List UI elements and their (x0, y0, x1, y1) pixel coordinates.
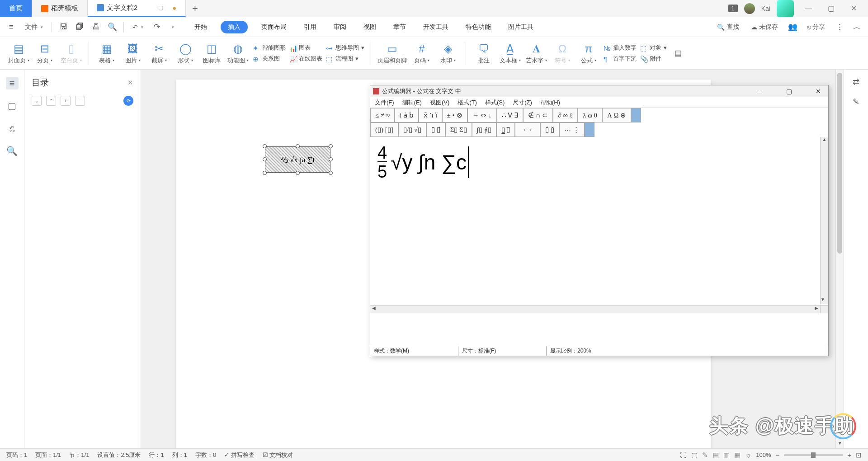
layout3-icon[interactable]: ▦ (734, 451, 741, 459)
resize-handle[interactable] (329, 144, 333, 148)
notification-badge[interactable]: 1 (728, 5, 738, 12)
people-icon[interactable]: 👥 (788, 22, 797, 32)
chart-button[interactable]: 📊图表 (289, 44, 322, 52)
tools-icon[interactable]: ⇄ (853, 77, 859, 87)
layout2-icon[interactable]: ▥ (723, 451, 730, 459)
more-icon[interactable]: ⋮ (835, 22, 844, 32)
share-button[interactable]: ⎋分享 (805, 22, 827, 33)
tab-document[interactable]: 文字文稿2▢● (88, 0, 186, 17)
search-tab-icon[interactable]: 🔍 (6, 145, 19, 157)
zoom-out-icon[interactable]: − (775, 451, 779, 459)
eq-greek-low[interactable]: λ ω θ (578, 108, 602, 122)
eq-maximize-button[interactable]: ▢ (782, 88, 797, 95)
collapse-ribbon-icon[interactable]: ︿ (852, 22, 862, 32)
eq-vscroll[interactable]: ▲▼ (820, 137, 828, 304)
eq-greek-up[interactable]: Λ Ω ⊕ (602, 108, 631, 122)
fullscreen-icon[interactable]: ⛶ (680, 451, 687, 459)
object-button[interactable]: ⬚对象 ▾ (640, 44, 667, 52)
formula-object[interactable]: ⅔ √x ∫a ∑t (265, 146, 330, 173)
undo-button[interactable]: ↶ (130, 22, 146, 32)
formula-button[interactable]: π公式 (577, 42, 600, 65)
eq-integral[interactable]: ∫▯ ∮▯ (472, 122, 496, 137)
bookmark-tab-icon[interactable]: ⎌ (6, 122, 19, 135)
hamburger-icon[interactable]: ≡ (6, 22, 16, 32)
scroll-down-icon[interactable]: ▼ (836, 428, 844, 436)
notes-tab-icon[interactable]: ▢ (6, 99, 19, 112)
tab-insert[interactable]: 插入 (221, 21, 248, 33)
eq-hats[interactable]: x̄ ˙ı ı̈ (419, 108, 442, 122)
table-button[interactable]: ▦表格 (95, 42, 118, 65)
eq-arrows2[interactable]: → ← (515, 122, 540, 137)
toc-tab-icon[interactable]: ≡ (6, 77, 19, 89)
eq-operators[interactable]: ± • ⊗ (442, 108, 467, 122)
brightness-icon[interactable]: ☼ (745, 451, 751, 459)
resize-handle[interactable] (296, 144, 300, 148)
zoom-slider[interactable] (784, 454, 843, 456)
layout1-icon[interactable]: ▤ (712, 451, 719, 459)
flowchart-button[interactable]: ⬚流程图 ▾ (326, 55, 364, 63)
resize-handle[interactable] (263, 144, 267, 148)
tab-review[interactable]: 审阅 (330, 21, 350, 33)
dropcap-button[interactable]: ¶首字下沉 (604, 55, 637, 63)
eq-set[interactable]: ∉ ∩ ⊂ (523, 108, 553, 122)
eq-relations[interactable]: ≤ ≠ ≈ (370, 108, 395, 122)
textbox-button[interactable]: A̲文本框 (499, 42, 521, 65)
status-spell[interactable]: ✓ 拼写检查 (224, 451, 255, 459)
tab-pictools[interactable]: 图片工具 (505, 21, 537, 33)
eq-logic[interactable]: ∴ ∀ ∃ (497, 108, 524, 122)
tab-layout[interactable]: 页面布局 (258, 21, 290, 33)
fit-icon[interactable]: ⊡ (856, 451, 862, 459)
status-proofread[interactable]: ☑ 文档校对 (263, 451, 293, 459)
redo-button[interactable]: ↷ (152, 22, 162, 32)
screenshot-button[interactable]: ✂截屏 (148, 42, 170, 65)
vertical-scrollbar[interactable]: ▲ ▼ ▾ (835, 70, 844, 448)
print-preview-icon[interactable]: 🔍 (107, 22, 117, 32)
eq-underover[interactable]: ▯̲ ▯̅ (496, 122, 515, 137)
tab-daoke[interactable]: 稻壳模板 (32, 0, 88, 17)
toc-expand-icon[interactable]: ⌃ (46, 96, 56, 106)
eq-menu-style[interactable]: 样式(S) (485, 99, 505, 106)
search-button[interactable]: 🔍查找 (715, 22, 741, 33)
toc-remove-icon[interactable]: − (75, 96, 85, 106)
status-setting[interactable]: 设置值：2.5厘米 (97, 451, 141, 459)
eq-titlebar[interactable]: 公式编辑器 - 公式在 文字文 中 — ▢ ✕ (370, 85, 828, 97)
next-page-icon[interactable]: ▾ (836, 440, 844, 446)
comment-button[interactable]: 🗨批注 (472, 42, 495, 65)
pagebreak-button[interactable]: ⊟分页 (33, 42, 56, 65)
tab-special[interactable]: 特色功能 (462, 21, 495, 33)
tab-start[interactable]: 开始 (191, 21, 211, 33)
onlinechart-button[interactable]: 📈在线图表 (289, 55, 322, 63)
tab-reference[interactable]: 引用 (300, 21, 320, 33)
eq-canvas[interactable]: 45 √y ∫n ∑c ▲▼ ◀▶ (370, 137, 828, 313)
tab-section[interactable]: 章节 (390, 21, 410, 33)
resize-handle[interactable] (296, 171, 300, 175)
tab-home[interactable]: 首页 (0, 0, 32, 17)
status-page[interactable]: 页码：1 (6, 451, 27, 459)
status-section[interactable]: 节：1/1 (69, 451, 89, 459)
status-pages[interactable]: 页面：1/1 (35, 451, 61, 459)
maximize-button[interactable]: ▢ (823, 0, 839, 17)
wordart-button[interactable]: 𝐀艺术字 (525, 42, 547, 65)
relation-button[interactable]: ⊕关系图 (253, 55, 286, 63)
status-chars[interactable]: 字数：0 (195, 451, 216, 459)
headerfooter-button[interactable]: ▭页眉和页脚 (377, 42, 407, 65)
page-view-icon[interactable]: ▢ (691, 451, 698, 459)
mindmap-button[interactable]: ⊶思维导图 ▾ (326, 44, 364, 52)
eq-fences[interactable]: (▯) [▯] (370, 122, 398, 137)
eq-frac-root[interactable]: ▯/▯ √▯ (398, 122, 426, 137)
eq-matrix[interactable]: ⋯ ⋮ (559, 122, 585, 137)
more-quick[interactable] (168, 24, 176, 31)
unsaved-button[interactable]: ☁未保存 (749, 22, 780, 33)
tab-dev[interactable]: 开发工具 (420, 21, 452, 33)
eq-products[interactable]: ▯̂ ▯̌ (540, 122, 559, 137)
zoom-value[interactable]: 100% (756, 452, 771, 458)
pagenum-button[interactable]: #页码 (410, 42, 433, 65)
eq-menu-view[interactable]: 视图(V) (430, 99, 449, 106)
eq-ellipses[interactable]: i ȧ ḃ (395, 108, 419, 122)
toc-add-icon[interactable]: + (61, 96, 71, 106)
resize-handle[interactable] (263, 171, 267, 175)
blankpage-button[interactable]: ▯空白页 (60, 42, 82, 65)
smartart-button[interactable]: ✦智能图形 (253, 44, 286, 52)
eq-close-button[interactable]: ✕ (811, 88, 826, 95)
more-ribbon-icon[interactable]: ▤ (673, 48, 683, 58)
